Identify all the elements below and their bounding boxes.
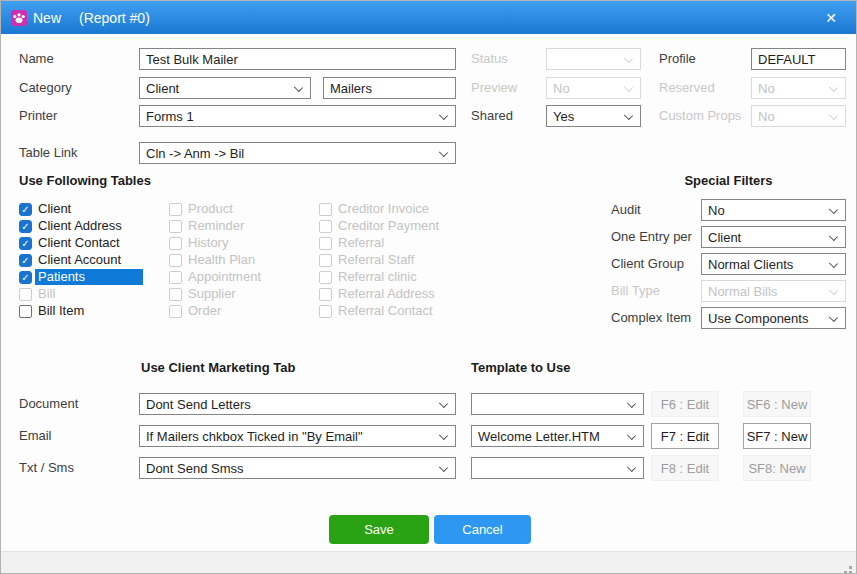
checkbox-icon — [319, 288, 332, 301]
checkbox-icon — [319, 220, 332, 233]
checkbox-icon — [169, 305, 182, 318]
sf6-new-button: SF6 : New — [743, 391, 811, 417]
checkbox-reminder: Reminder — [169, 218, 309, 234]
checkbox-referral-contact: Referral Contact — [319, 303, 459, 319]
close-icon[interactable]: ✕ — [821, 8, 841, 28]
shared-label: Shared — [471, 105, 513, 127]
checkbox-order: Order — [169, 303, 309, 319]
chevron-down-icon — [829, 259, 838, 268]
printer-label: Printer — [19, 105, 57, 127]
name-input[interactable] — [139, 48, 456, 70]
chevron-down-icon — [627, 399, 636, 408]
bill-type-dropdown: Normal Bills — [701, 280, 846, 302]
checkbox-history: History — [169, 235, 309, 251]
checkbox-patients[interactable]: Patients — [19, 269, 143, 285]
checkbox-icon — [319, 254, 332, 267]
status-bar — [1, 551, 856, 573]
checkbox-icon — [169, 254, 182, 267]
sf7-new-button[interactable]: SF7 : New — [743, 423, 811, 449]
checkbox-bill: Bill — [19, 286, 143, 302]
checkbox-referral: Referral — [319, 235, 459, 251]
checkbox-referral-address: Referral Address — [319, 286, 459, 302]
chevron-down-icon — [294, 83, 303, 92]
use-client-marketing-tab-header: Use Client Marketing Tab — [141, 360, 295, 375]
save-button[interactable]: Save — [329, 515, 429, 544]
checkbox-icon — [169, 237, 182, 250]
checkbox-creditor-invoice: Creditor Invoice — [319, 201, 459, 217]
shared-dropdown[interactable]: Yes — [546, 105, 641, 127]
checkbox-icon — [319, 237, 332, 250]
complex-item-label: Complex Item — [611, 307, 691, 329]
status-dropdown — [546, 48, 641, 70]
checkbox-health-plan: Health Plan — [169, 252, 309, 268]
chevron-down-icon — [439, 463, 448, 472]
checkbox-appointment: Appointment — [169, 269, 309, 285]
document-template-dropdown[interactable] — [471, 393, 644, 415]
preview-label: Preview — [471, 77, 517, 99]
table-link-label: Table Link — [19, 142, 78, 164]
chevron-down-icon — [624, 111, 633, 120]
document-label: Document — [19, 393, 78, 415]
checkbox-referral-clinic: Referral clinic — [319, 269, 459, 285]
window-title: New — [33, 10, 61, 26]
use-following-tables-header: Use Following Tables — [19, 173, 151, 188]
paw-icon — [11, 10, 27, 26]
category-subname-input[interactable] — [323, 77, 456, 99]
checkbox-icon — [169, 271, 182, 284]
chevron-down-icon — [439, 431, 448, 440]
name-label: Name — [19, 48, 54, 70]
chevron-down-icon — [439, 399, 448, 408]
custom-props-dropdown: No — [751, 105, 846, 127]
chevron-down-icon — [624, 83, 633, 92]
checkbox-icon — [319, 271, 332, 284]
cancel-button[interactable]: Cancel — [434, 515, 531, 544]
audit-dropdown[interactable]: No — [701, 199, 846, 221]
client-group-dropdown[interactable]: Normal Clients — [701, 253, 846, 275]
table-link-dropdown[interactable]: Cln -> Anm -> Bil — [139, 142, 456, 164]
txt-sms-action-dropdown[interactable]: Dont Send Smss — [139, 457, 456, 479]
checkbox-icon — [19, 237, 32, 250]
chevron-down-icon — [829, 286, 838, 295]
checkbox-client-contact[interactable]: Client Contact — [19, 235, 143, 251]
new-report-dialog: New (Report #0) ✕ Name Status Profile Ca… — [0, 0, 857, 574]
checkbox-icon — [319, 203, 332, 216]
checkbox-icon — [19, 254, 32, 267]
f7-edit-button[interactable]: F7 : Edit — [651, 423, 719, 449]
f6-edit-button: F6 : Edit — [651, 391, 719, 417]
printer-dropdown[interactable]: Forms 1 — [139, 105, 456, 127]
checkbox-client-account[interactable]: Client Account — [19, 252, 143, 268]
profile-input[interactable] — [751, 48, 846, 70]
category-dropdown[interactable]: Client — [139, 77, 311, 99]
checkbox-bill-item[interactable]: Bill Item — [19, 303, 143, 319]
one-entry-per-dropdown[interactable]: Client — [701, 226, 846, 248]
one-entry-per-label: One Entry per — [611, 226, 692, 248]
email-template-dropdown[interactable]: Welcome Letter.HTM — [471, 425, 644, 447]
txt-sms-label: Txt / Sms — [19, 457, 74, 479]
chevron-down-icon — [829, 313, 838, 322]
custom-props-label: Custom Props — [659, 105, 741, 127]
txt-sms-template-dropdown[interactable] — [471, 457, 644, 479]
chevron-down-icon — [439, 111, 448, 120]
status-label: Status — [471, 48, 508, 70]
complex-item-dropdown[interactable]: Use Components — [701, 307, 846, 329]
chevron-down-icon — [829, 232, 838, 241]
checkbox-creditor-payment: Creditor Payment — [319, 218, 459, 234]
reserved-dropdown: No — [751, 77, 846, 99]
chevron-down-icon — [627, 431, 636, 440]
special-filters-header: Special Filters — [611, 173, 846, 188]
checkbox-icon — [169, 288, 182, 301]
checkbox-referral-staff: Referral Staff — [319, 252, 459, 268]
resize-grip[interactable] — [839, 566, 842, 569]
template-to-use-header: Template to Use — [471, 360, 570, 375]
document-action-dropdown[interactable]: Dont Send Letters — [139, 393, 456, 415]
checkbox-client[interactable]: Client — [19, 201, 143, 217]
reserved-label: Reserved — [659, 77, 715, 99]
chevron-down-icon — [624, 54, 633, 63]
email-action-dropdown[interactable]: If Mailers chkbox Ticked in "By Email" — [139, 425, 456, 447]
checkbox-client-address[interactable]: Client Address — [19, 218, 143, 234]
email-label: Email — [19, 425, 52, 447]
bill-type-label: Bill Type — [611, 280, 660, 302]
f8-edit-button: F8 : Edit — [651, 455, 719, 481]
chevron-down-icon — [829, 205, 838, 214]
client-group-label: Client Group — [611, 253, 684, 275]
